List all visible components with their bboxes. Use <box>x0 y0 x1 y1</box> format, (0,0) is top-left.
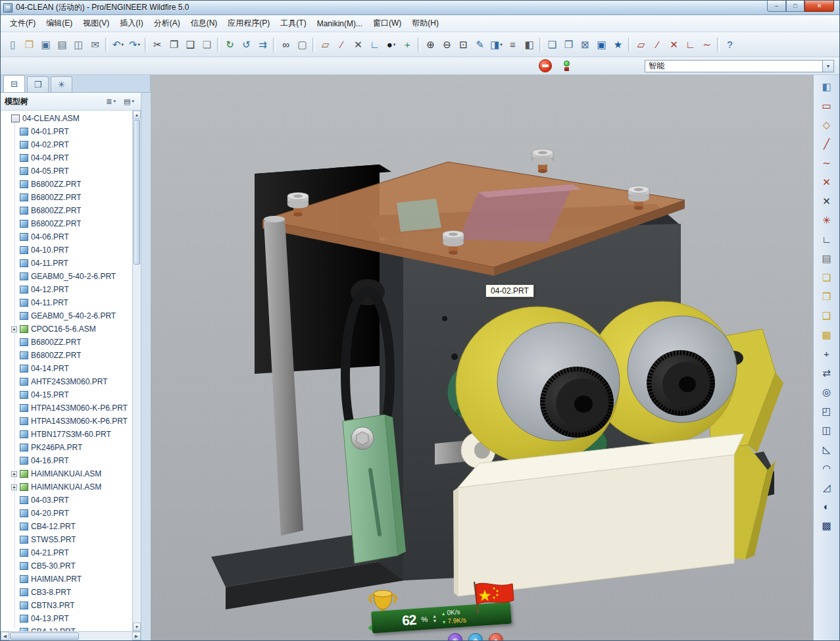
saved-views-button[interactable]: ◨ ▾ <box>488 36 505 53</box>
expand-icon[interactable] <box>11 274 17 280</box>
tree-item[interactable]: + CPOC16-5-6.ASM <box>1 322 132 336</box>
expand-icon[interactable] <box>11 550 17 556</box>
tree-item[interactable]: PK246PA.PRT <box>1 441 132 454</box>
assembly-3d-model[interactable] <box>151 75 814 640</box>
scroll-down-icon[interactable]: ▼ <box>133 623 141 631</box>
tree-item[interactable]: HTPA14S3M060-K-P6.PRT <box>1 401 132 415</box>
expand-icon[interactable] <box>11 300 17 306</box>
redo-button[interactable]: ↷ ▾ <box>126 36 143 53</box>
graphics-viewport[interactable]: 04-02.PRT 62% <box>151 75 814 640</box>
expand-icon[interactable] <box>11 155 17 161</box>
sketched-curve-tool[interactable]: ◇ <box>818 116 836 133</box>
mirror-tool[interactable]: ◐ <box>818 498 836 515</box>
expand-icon[interactable] <box>11 498 17 503</box>
tree-item[interactable]: STWS5.PRT <box>1 533 132 546</box>
select-box-button[interactable]: ▢ <box>294 36 310 53</box>
expand-icon[interactable] <box>11 247 17 253</box>
datum-curve-tool[interactable]: ∼ <box>818 155 836 171</box>
tree-item[interactable]: + HAIMIANKUAI.ASM <box>1 480 132 494</box>
expand-icon[interactable] <box>11 590 17 596</box>
csys-create-button[interactable]: ∟ <box>682 36 699 53</box>
expand-icon[interactable] <box>11 577 17 582</box>
datum-curve-create-button[interactable]: ∼ <box>699 36 715 53</box>
coordinate-system-tool[interactable]: ∟ <box>818 231 836 247</box>
tree-item[interactable]: CB5-30.PRT <box>1 559 132 573</box>
regeneration-status-icon[interactable] <box>564 61 570 71</box>
offset-point-tool[interactable]: ✕ <box>818 193 836 209</box>
tree-item[interactable]: 04-01.PRT <box>1 125 132 138</box>
tree-item[interactable]: 04-12.PRT <box>1 283 132 296</box>
tree-item[interactable]: 04-11.PRT <box>1 296 132 309</box>
tree-item[interactable]: 04-04.PRT <box>1 151 132 165</box>
menu-analysis[interactable]: 分析(A) <box>149 15 185 32</box>
cap-screw[interactable] <box>532 149 553 174</box>
expand-icon[interactable] <box>11 353 17 359</box>
datum-axis-create-button[interactable]: ∕ <box>649 36 666 53</box>
menu-tools[interactable]: 工具(T) <box>275 15 311 32</box>
tree-item[interactable]: 04-03.PRT <box>1 494 132 507</box>
folder-browser-tab[interactable]: ❒ <box>27 76 49 92</box>
annotation-tool[interactable]: ▤ <box>818 250 836 267</box>
datum-plane-display-toggle[interactable]: ▱ <box>317 36 334 53</box>
expand-icon[interactable] <box>11 603 17 609</box>
update-control-button[interactable]: ⇉ <box>255 36 271 53</box>
tree-item[interactable]: 04-06.PRT <box>1 230 132 244</box>
tree-settings-button[interactable]: ▤ ▾ <box>121 96 137 107</box>
vertical-scroll-thumb[interactable] <box>134 120 140 265</box>
new-window-button[interactable]: ❏ <box>544 36 560 53</box>
csys-display-toggle[interactable]: ∟ <box>366 36 383 53</box>
draft-tool[interactable]: ◺ <box>818 441 836 457</box>
view-manager-button[interactable]: ◧ <box>521 36 537 53</box>
datum-axis-display-toggle[interactable]: ∕ <box>334 36 350 53</box>
scroll-up-icon[interactable]: ▲ <box>133 111 141 119</box>
menu-insert[interactable]: 插入(I) <box>114 15 148 32</box>
updown-arrows-icon[interactable]: ▲▼ <box>432 613 437 623</box>
selection-filter-combobox[interactable]: 智能 ▼ <box>645 60 834 72</box>
worldcup-widget[interactable]: 62% ▲▼ ▲0K/s ▼7.9K/s <box>361 580 526 640</box>
stop-sign-icon[interactable] <box>539 59 552 72</box>
expand-icon[interactable] <box>11 142 17 148</box>
tree-item[interactable]: B6800ZZ.PRT <box>1 178 132 191</box>
zoom-in-button[interactable]: ⊕ <box>422 36 439 53</box>
expand-icon[interactable] <box>11 511 17 517</box>
paste-special-button[interactable]: ❏ <box>199 36 215 53</box>
tree-item[interactable]: + HAIMIANKUAI.ASM <box>1 467 132 480</box>
field-point-tool[interactable]: ✳ <box>818 212 836 228</box>
tree-item[interactable]: CB3-8.PRT <box>1 586 132 599</box>
minimize-button[interactable]: – <box>767 1 786 12</box>
tree-item[interactable]: GEABM0_5-40-2-6.PRT <box>1 270 132 283</box>
expand-icon[interactable]: + <box>11 484 17 490</box>
dock-app-icon-red[interactable]: ● <box>489 633 503 640</box>
expand-icon[interactable] <box>11 563 17 569</box>
tree-item[interactable]: 04-20.PRT <box>1 507 132 520</box>
repeat-component-tool[interactable]: ❑ <box>818 307 836 324</box>
print-preview-button[interactable]: ◫ <box>70 36 87 53</box>
tree-item[interactable]: B6800ZZ.PRT <box>1 336 132 349</box>
tree-item[interactable]: B6800ZZ.PRT <box>1 217 132 230</box>
tree-item[interactable]: HTPA14S3M060-K-P6.PRT <box>1 415 132 428</box>
expand-icon[interactable] <box>11 366 17 372</box>
create-component-tool[interactable]: ❐ <box>818 288 836 305</box>
menu-manikin[interactable]: Manikin(M)... <box>312 16 368 31</box>
expand-icon[interactable] <box>11 432 17 438</box>
menu-info[interactable]: 信息(N) <box>185 15 223 32</box>
tree-show-button[interactable]: ≣ ▾ <box>103 96 118 107</box>
expand-icon[interactable] <box>11 234 17 240</box>
horizontal-scroll-thumb[interactable] <box>10 632 79 640</box>
left-roller[interactable] <box>456 307 620 465</box>
expand-icon[interactable] <box>11 458 17 464</box>
tree-item[interactable]: HTBN177S3M-60.PRT <box>1 428 132 441</box>
tree-item[interactable]: AHTF24S3M060.PRT <box>1 375 132 388</box>
expand-icon[interactable] <box>11 445 17 451</box>
menu-file[interactable]: 文件(F) <box>5 15 41 32</box>
spin-center-toggle[interactable]: + <box>399 36 416 53</box>
drag-component-tool[interactable]: + <box>818 346 836 362</box>
chamfer-tool[interactable]: ◿ <box>818 479 836 496</box>
tree-item[interactable]: HAIMIAN.PRT <box>1 573 132 586</box>
favorites-tab[interactable]: ✳ <box>51 76 72 92</box>
cut-button[interactable]: ✂ <box>149 36 166 53</box>
regen-manager-button[interactable]: ↺ <box>238 36 255 53</box>
undo-button[interactable]: ↶ ▾ <box>110 36 126 53</box>
scroll-right-icon[interactable]: ▶ <box>132 632 141 640</box>
paste-button[interactable]: ❑ <box>182 36 199 53</box>
